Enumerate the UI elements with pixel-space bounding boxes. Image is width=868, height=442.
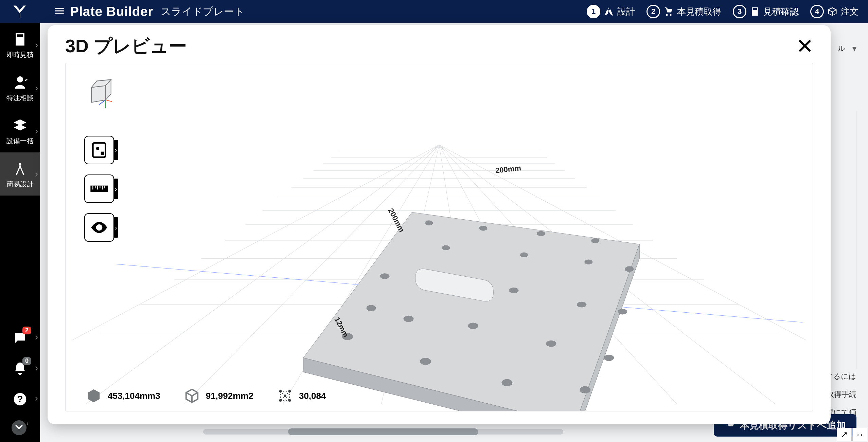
bell-badge: 0 [22,357,31,365]
cube-solid-icon [86,388,102,404]
step-num: 2 [646,5,660,18]
sidebar: 即時見積 › 特注相談 › 設備一括 › 簡易設計 › 2 › 0 › ? › … [0,23,40,442]
sidebar-item-label: 設備一括 [6,136,34,146]
svg-rect-58 [93,143,105,157]
sidebar-footer-logo[interactable]: › [0,413,40,442]
compass-icon [604,6,614,17]
cube-wire-icon [184,388,200,404]
blueprint-icon [90,141,109,160]
orientation-gizmo[interactable] [84,77,113,109]
viewport-toolbar: › › › [84,77,114,242]
chevron-right-icon: › [35,39,38,50]
expander-icon: › [113,217,118,238]
chat-badge: 2 [22,327,31,334]
step-confirm[interactable]: 3 見積確認 [733,5,799,18]
svg-point-43 [546,340,556,347]
svg-point-33 [537,231,545,236]
view-blueprint-button[interactable]: › [84,136,114,164]
mesh-icon [277,388,293,404]
step-design[interactable]: 1 設計 [587,5,635,18]
sidebar-item-custom-consult[interactable]: 特注相談 › [0,66,40,109]
chevron-down-icon[interactable]: ▾ [852,44,856,53]
close-button[interactable] [797,38,813,55]
step-label: 本見積取得 [677,6,721,18]
preview-modal: 3D プレビュー [48,25,831,424]
calculator-icon [13,32,28,47]
chevron-right-icon: › [26,420,28,435]
step-order[interactable]: 4 注文 [810,5,858,18]
svg-point-38 [380,273,390,279]
stat-faces: 30,084 [277,388,326,404]
right-panel-header: ル ▾ [838,43,856,54]
step-num: 1 [587,5,600,18]
svg-point-50 [625,266,634,272]
sidebar-item-label: 即時見積 [6,50,34,59]
eye-icon [90,218,109,237]
svg-point-31 [425,220,433,225]
hamburger-icon[interactable] [54,5,65,18]
step-num: 4 [810,5,824,18]
stack-icon [13,118,28,133]
help-icon: ? [13,392,28,407]
ruler-icon [90,179,109,198]
sidebar-item-help[interactable]: ? › [0,383,40,413]
svg-point-49 [618,309,627,315]
wizard-steps: 1 設計 2 本見積取得 3 見積確認 4 注文 [587,5,868,18]
brand-round-icon [12,420,26,435]
svg-point-35 [442,245,450,251]
app-subtitle: スライドプレート [161,5,245,19]
view-visibility-button[interactable]: › [84,213,114,242]
close-icon [797,38,813,54]
model-stats: 453,104mm3 91,992mm2 30,084 [86,388,326,404]
h-scrollbar-thumb[interactable] [288,428,478,435]
sidebar-item-notifications[interactable]: 0 › [0,352,40,383]
svg-point-34 [591,238,599,243]
svg-point-41 [404,316,414,322]
step-label: 設計 [617,6,635,18]
chevron-right-icon: › [35,363,38,373]
step-label: 見積確認 [763,6,799,18]
sidebar-item-label: 特注相談 [6,93,34,103]
sidebar-item-equipment-bulk[interactable]: 設備一括 › [0,109,40,152]
chevron-right-icon: › [35,82,38,93]
3d-viewport[interactable] [66,63,813,411]
svg-point-32 [479,226,487,231]
modal-title: 3D プレビュー [65,34,187,59]
svg-point-68 [98,226,101,229]
svg-point-59 [96,147,99,150]
expander-icon: › [113,140,118,160]
expand-button[interactable]: ⤢ [837,428,852,441]
brand-icon [12,4,28,19]
expander-icon: › [113,179,118,199]
step-quote[interactable]: 2 本見積取得 [646,5,721,18]
modal-header: 3D プレビュー [48,25,831,61]
svg-point-39 [509,288,518,293]
svg-point-37 [584,259,592,264]
sidebar-item-label: 簡易設計 [6,180,34,189]
package-icon [827,6,837,17]
chevron-right-icon: › [35,393,38,404]
view-measure-button[interactable]: › [84,174,114,203]
svg-point-51 [367,305,376,311]
chevron-right-icon: › [35,332,38,343]
sidebar-item-instant-quote[interactable]: 即時見積 › [0,23,40,66]
sidebar-item-chat[interactable]: 2 › [0,322,40,352]
stat-volume: 453,104mm3 [86,388,160,404]
svg-point-48 [604,355,614,361]
chevron-right-icon: › [35,126,38,136]
fit-width-button[interactable]: ↔ [852,428,867,441]
cart-icon [663,6,674,17]
svg-point-36 [520,252,528,257]
sidebar-item-simple-design[interactable]: 簡易設計 › [0,152,40,196]
svg-point-47 [580,386,590,393]
calculator-icon [750,6,760,17]
svg-point-46 [501,379,512,386]
3d-viewport-container: 200mm 200mm 12mm › › [65,63,813,411]
corner-tools: ⤢ ↔ [837,428,867,441]
svg-rect-60 [101,152,104,155]
stat-value: 453,104mm3 [108,391,160,401]
stat-value: 30,084 [299,391,326,401]
person-check-icon [13,75,28,90]
app-title: Plate Builder [70,4,153,19]
step-num: 3 [733,5,746,18]
